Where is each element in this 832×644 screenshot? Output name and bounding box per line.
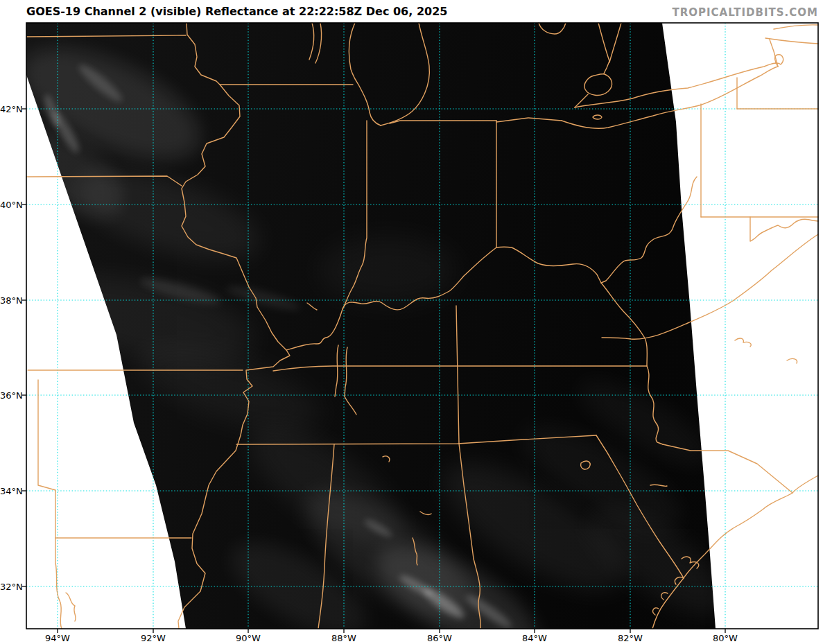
lon-tick-label: 82°W: [609, 633, 651, 643]
lat-tick-label: 42°N: [0, 104, 20, 114]
lon-tick-label: 90°W: [227, 633, 269, 643]
map-grid-overlay: [0, 0, 832, 644]
lat-tick-label: 34°N: [0, 486, 20, 496]
lon-tick-label: 84°W: [514, 633, 555, 643]
satellite-map-figure: GOES-19 Channel 2 (visible) Reflectance …: [0, 0, 832, 644]
lat-tick-label: 40°N: [0, 200, 20, 210]
lon-tick-label: 88°W: [323, 633, 365, 643]
state-borders: [26, 23, 818, 629]
lat-tick-label: 38°N: [0, 295, 20, 306]
lon-tick-label: 94°W: [37, 633, 78, 643]
axis-ticks: [22, 109, 725, 633]
lon-tick-label: 86°W: [419, 633, 460, 643]
lon-tick-label: 80°W: [704, 633, 746, 643]
lat-tick-label: 32°N: [0, 582, 20, 592]
lat-tick-label: 36°N: [0, 390, 20, 401]
lon-tick-label: 92°W: [132, 633, 174, 643]
